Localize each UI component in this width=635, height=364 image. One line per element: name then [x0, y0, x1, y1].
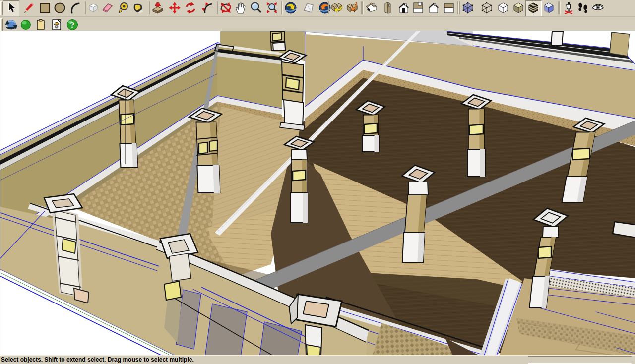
svg-text:?: ? [70, 20, 75, 30]
